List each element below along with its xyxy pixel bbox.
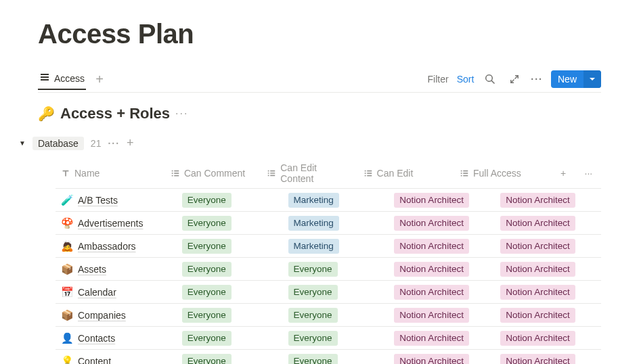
column-header-full-access[interactable]: Full Access: [454, 158, 550, 188]
row-emoji-icon: 💡: [61, 355, 74, 365]
cell-can-comment[interactable]: Everyone: [177, 236, 283, 256]
tag-notion-architect: Notion Architect: [500, 216, 575, 231]
cell-can-edit-content[interactable]: Everyone: [283, 305, 389, 325]
cell-full-access[interactable]: Notion Architect: [495, 351, 601, 365]
filter-button[interactable]: Filter: [428, 74, 449, 85]
tag-notion-architect: Notion Architect: [394, 239, 469, 254]
column-more-button[interactable]: ···: [576, 158, 601, 188]
tab-access[interactable]: Access: [38, 68, 86, 90]
list-icon: [363, 168, 373, 178]
cell-can-edit[interactable]: Notion Architect: [389, 213, 495, 233]
tag-everyone: Everyone: [182, 239, 232, 254]
row-name-text: Ambassadors: [78, 241, 136, 252]
cell-full-access[interactable]: Notion Architect: [495, 282, 601, 302]
cell-full-access[interactable]: Notion Architect: [495, 259, 601, 279]
table-row[interactable]: 📦AssetsEveryoneEveryoneNotion ArchitectN…: [56, 258, 601, 281]
group-add-button[interactable]: +: [127, 136, 134, 150]
tag-notion-architect: Notion Architect: [500, 193, 575, 208]
tag-everyone: Everyone: [182, 354, 232, 365]
group-header: ▼ Database 21 ··· +: [19, 136, 601, 150]
cell-can-comment[interactable]: Everyone: [177, 282, 283, 302]
cell-can-edit-content[interactable]: Everyone: [283, 259, 389, 279]
column-header-can-comment[interactable]: Can Comment: [165, 158, 261, 188]
cell-full-access[interactable]: Notion Architect: [495, 213, 601, 233]
cell-can-edit[interactable]: Notion Architect: [389, 351, 495, 365]
cell-name[interactable]: 📅Calendar: [56, 283, 177, 301]
row-emoji-icon: 📅: [61, 286, 74, 298]
table-row[interactable]: 📦CompaniesEveryoneEveryoneNotion Archite…: [56, 304, 601, 327]
column-header-can-edit[interactable]: Can Edit: [358, 158, 454, 188]
cell-full-access[interactable]: Notion Architect: [495, 328, 601, 348]
more-icon[interactable]: ···: [531, 74, 543, 85]
table-row[interactable]: 💡ContentEveryoneEveryoneNotion Architect…: [56, 350, 601, 364]
cell-full-access[interactable]: Notion Architect: [495, 236, 601, 256]
cell-can-comment[interactable]: Everyone: [177, 328, 283, 348]
cell-can-edit[interactable]: Notion Architect: [389, 259, 495, 279]
cell-name[interactable]: 💡Content: [56, 352, 177, 365]
cell-can-edit-content[interactable]: Marketing: [283, 236, 389, 256]
group-more-icon[interactable]: ···: [108, 138, 120, 149]
column-header-can-edit-content[interactable]: Can Edit Content: [261, 158, 357, 188]
row-name-text: Companies: [78, 310, 126, 321]
tag-notion-architect: Notion Architect: [500, 331, 575, 346]
list-icon: [460, 168, 469, 178]
tab-label: Access: [54, 73, 85, 84]
table-row[interactable]: 📅CalendarEveryoneEveryoneNotion Architec…: [56, 281, 601, 304]
chevron-down-icon[interactable]: [583, 70, 601, 88]
cell-can-edit[interactable]: Notion Architect: [389, 305, 495, 325]
row-name-text: Assets: [78, 264, 106, 275]
tag-notion-architect: Notion Architect: [394, 193, 469, 208]
group-toggle-icon[interactable]: ▼: [19, 139, 26, 147]
cell-can-comment[interactable]: Everyone: [177, 190, 283, 210]
cell-can-edit-content[interactable]: Everyone: [283, 351, 389, 365]
tag-notion-architect: Notion Architect: [394, 262, 469, 277]
cell-name[interactable]: 🍄Advertisements: [56, 214, 177, 232]
search-icon[interactable]: [482, 71, 498, 87]
table-row[interactable]: 🙇AmbassadorsEveryoneMarketingNotion Arch…: [56, 235, 601, 258]
add-tab-button[interactable]: +: [91, 72, 108, 86]
cell-full-access[interactable]: Notion Architect: [495, 305, 601, 325]
add-column-button[interactable]: +: [550, 158, 575, 188]
cell-name[interactable]: 🧪A/B Tests: [56, 191, 177, 209]
tag-notion-architect: Notion Architect: [500, 262, 575, 277]
cell-can-edit[interactable]: Notion Architect: [389, 236, 495, 256]
cell-can-edit-content[interactable]: Marketing: [283, 213, 389, 233]
cell-name[interactable]: 👤Contacts: [56, 329, 177, 347]
table-row[interactable]: 👤ContactsEveryoneEveryoneNotion Architec…: [56, 327, 601, 350]
page-title: Access Plan: [38, 19, 601, 49]
sort-button[interactable]: Sort: [457, 74, 475, 85]
cell-can-edit[interactable]: Notion Architect: [389, 190, 495, 210]
row-name-text: Contacts: [78, 333, 115, 344]
cell-name[interactable]: 📦Companies: [56, 306, 177, 324]
tag-everyone: Everyone: [182, 216, 232, 231]
tag-marketing: Marketing: [288, 193, 339, 208]
database-title[interactable]: 🔑 Access + Roles: [38, 105, 170, 122]
cell-can-edit-content[interactable]: Marketing: [283, 190, 389, 210]
tag-everyone: Everyone: [182, 262, 232, 277]
group-label[interactable]: Database: [32, 137, 84, 150]
cell-can-comment[interactable]: Everyone: [177, 259, 283, 279]
table-row[interactable]: 🍄AdvertisementsEveryoneMarketingNotion A…: [56, 212, 601, 235]
cell-can-edit-content[interactable]: Everyone: [283, 328, 389, 348]
cell-can-comment[interactable]: Everyone: [177, 351, 283, 365]
list-icon: [171, 168, 180, 178]
cell-can-comment[interactable]: Everyone: [177, 213, 283, 233]
table-row[interactable]: 🧪A/B TestsEveryoneMarketingNotion Archit…: [56, 189, 601, 212]
expand-icon[interactable]: [506, 71, 523, 87]
cell-can-comment[interactable]: Everyone: [177, 305, 283, 325]
database-more-icon[interactable]: ···: [175, 108, 188, 120]
cell-can-edit[interactable]: Notion Architect: [389, 328, 495, 348]
cell-name[interactable]: 📦Assets: [56, 260, 177, 278]
new-button[interactable]: New: [551, 70, 601, 88]
tag-everyone: Everyone: [288, 262, 338, 277]
cell-full-access[interactable]: Notion Architect: [495, 190, 601, 210]
column-header-name[interactable]: Name: [56, 158, 165, 188]
cell-name[interactable]: 🙇Ambassadors: [56, 237, 177, 255]
cell-can-edit[interactable]: Notion Architect: [389, 282, 495, 302]
cell-can-edit-content[interactable]: Everyone: [283, 282, 389, 302]
tag-notion-architect: Notion Architect: [394, 308, 469, 323]
tag-everyone: Everyone: [288, 308, 338, 323]
tag-notion-architect: Notion Architect: [394, 354, 469, 365]
database-title-text: Access + Roles: [60, 105, 170, 122]
row-name-text: Advertisements: [78, 218, 143, 229]
